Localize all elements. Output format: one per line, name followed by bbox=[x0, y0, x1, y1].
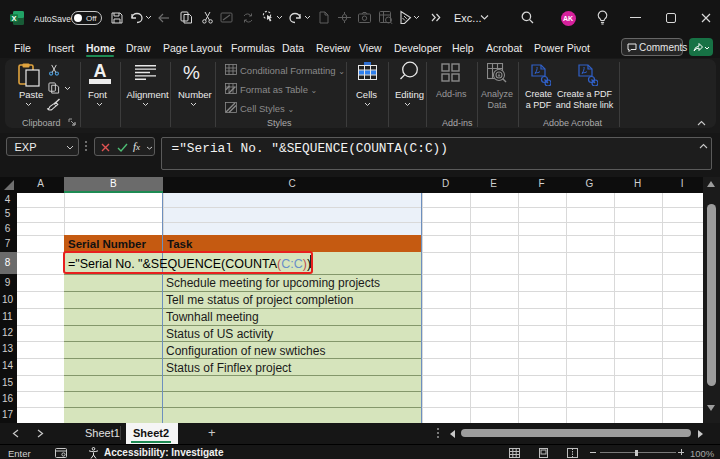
svg-text:X: X bbox=[11, 14, 16, 23]
